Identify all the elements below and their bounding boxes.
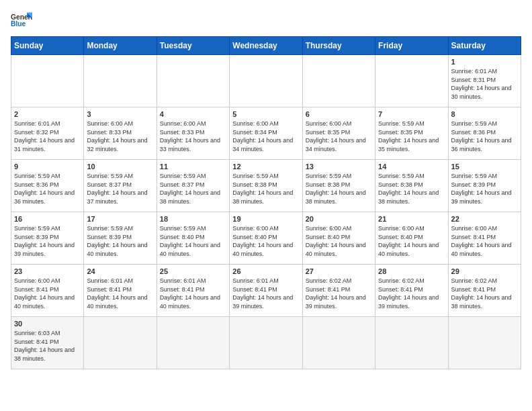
week-row-5: 30Sunrise: 6:03 AM Sunset: 8:41 PM Dayli… <box>11 317 521 369</box>
day-cell <box>230 55 302 107</box>
day-info: Sunrise: 5:59 AM Sunset: 8:35 PM Dayligh… <box>378 120 445 153</box>
day-number: 8 <box>451 110 518 118</box>
day-cell: 29Sunrise: 6:02 AM Sunset: 8:41 PM Dayli… <box>448 265 521 317</box>
week-row-0: 1Sunrise: 6:01 AM Sunset: 8:31 PM Daylig… <box>11 55 521 107</box>
day-cell: 24Sunrise: 6:01 AM Sunset: 8:41 PM Dayli… <box>84 265 157 317</box>
calendar: SundayMondayTuesdayWednesdayThursdayFrid… <box>11 36 521 369</box>
day-number: 10 <box>87 163 153 171</box>
day-number: 9 <box>14 163 81 171</box>
weekday-header-saturday: Saturday <box>448 37 521 55</box>
day-cell <box>302 317 375 369</box>
day-info: Sunrise: 6:02 AM Sunset: 8:41 PM Dayligh… <box>378 277 445 310</box>
week-row-3: 16Sunrise: 5:59 AM Sunset: 8:39 PM Dayli… <box>11 212 521 265</box>
day-info: Sunrise: 6:01 AM Sunset: 8:32 PM Dayligh… <box>14 120 81 153</box>
day-cell: 9Sunrise: 5:59 AM Sunset: 8:36 PM Daylig… <box>11 160 84 212</box>
day-number: 29 <box>451 267 518 275</box>
day-number: 13 <box>306 163 372 171</box>
day-info: Sunrise: 6:02 AM Sunset: 8:41 PM Dayligh… <box>306 277 372 310</box>
day-info: Sunrise: 6:02 AM Sunset: 8:41 PM Dayligh… <box>451 277 518 310</box>
day-number: 23 <box>14 267 81 275</box>
day-info: Sunrise: 6:00 AM Sunset: 8:40 PM Dayligh… <box>232 224 299 258</box>
logo: General Blue <box>11 11 32 30</box>
day-cell <box>157 317 229 369</box>
day-info: Sunrise: 5:59 AM Sunset: 8:36 PM Dayligh… <box>14 172 81 205</box>
day-info: Sunrise: 5:59 AM Sunset: 8:40 PM Dayligh… <box>160 224 226 258</box>
weekday-header-friday: Friday <box>375 37 448 55</box>
day-number: 6 <box>306 110 372 118</box>
day-number: 16 <box>14 215 81 223</box>
day-cell: 20Sunrise: 6:00 AM Sunset: 8:40 PM Dayli… <box>302 212 375 265</box>
day-cell: 11Sunrise: 5:59 AM Sunset: 8:37 PM Dayli… <box>157 160 229 212</box>
day-info: Sunrise: 6:00 AM Sunset: 8:41 PM Dayligh… <box>14 277 81 310</box>
day-info: Sunrise: 6:00 AM Sunset: 8:40 PM Dayligh… <box>306 224 372 258</box>
weekday-header-wednesday: Wednesday <box>230 37 302 55</box>
day-info: Sunrise: 5:59 AM Sunset: 8:39 PM Dayligh… <box>87 224 153 258</box>
logo-icon: General Blue <box>11 11 32 30</box>
day-info: Sunrise: 6:00 AM Sunset: 8:35 PM Dayligh… <box>306 120 372 153</box>
day-number: 4 <box>160 110 226 118</box>
day-info: Sunrise: 6:00 AM Sunset: 8:34 PM Dayligh… <box>232 120 299 153</box>
day-number: 19 <box>232 215 299 223</box>
day-number: 30 <box>14 320 81 328</box>
day-cell: 13Sunrise: 5:59 AM Sunset: 8:38 PM Dayli… <box>302 160 375 212</box>
day-info: Sunrise: 6:00 AM Sunset: 8:41 PM Dayligh… <box>451 224 518 258</box>
day-number: 22 <box>451 215 518 223</box>
day-cell: 10Sunrise: 5:59 AM Sunset: 8:37 PM Dayli… <box>84 160 157 212</box>
day-info: Sunrise: 5:59 AM Sunset: 8:39 PM Dayligh… <box>14 224 81 258</box>
day-info: Sunrise: 5:59 AM Sunset: 8:38 PM Dayligh… <box>378 172 445 205</box>
day-cell: 1Sunrise: 6:01 AM Sunset: 8:31 PM Daylig… <box>448 55 521 107</box>
weekday-header-thursday: Thursday <box>302 37 375 55</box>
day-number: 28 <box>378 267 445 275</box>
day-cell: 5Sunrise: 6:00 AM Sunset: 8:34 PM Daylig… <box>230 107 302 160</box>
day-cell: 14Sunrise: 5:59 AM Sunset: 8:38 PM Dayli… <box>375 160 448 212</box>
day-cell <box>84 55 157 107</box>
page-header: General Blue <box>11 11 521 30</box>
week-row-4: 23Sunrise: 6:00 AM Sunset: 8:41 PM Dayli… <box>11 265 521 317</box>
day-number: 24 <box>87 267 153 275</box>
day-number: 20 <box>306 215 372 223</box>
day-cell: 27Sunrise: 6:02 AM Sunset: 8:41 PM Dayli… <box>302 265 375 317</box>
day-cell <box>448 317 521 369</box>
day-cell <box>157 55 229 107</box>
day-cell: 22Sunrise: 6:00 AM Sunset: 8:41 PM Dayli… <box>448 212 521 265</box>
day-cell <box>230 317 302 369</box>
day-cell: 23Sunrise: 6:00 AM Sunset: 8:41 PM Dayli… <box>11 265 84 317</box>
day-cell: 12Sunrise: 5:59 AM Sunset: 8:38 PM Dayli… <box>230 160 302 212</box>
weekday-header-tuesday: Tuesday <box>157 37 229 55</box>
day-info: Sunrise: 6:01 AM Sunset: 8:41 PM Dayligh… <box>232 277 299 310</box>
day-cell: 28Sunrise: 6:02 AM Sunset: 8:41 PM Dayli… <box>375 265 448 317</box>
day-info: Sunrise: 6:03 AM Sunset: 8:41 PM Dayligh… <box>14 329 81 363</box>
day-cell: 19Sunrise: 6:00 AM Sunset: 8:40 PM Dayli… <box>230 212 302 265</box>
day-number: 1 <box>451 58 518 66</box>
day-cell: 16Sunrise: 5:59 AM Sunset: 8:39 PM Dayli… <box>11 212 84 265</box>
day-info: Sunrise: 5:59 AM Sunset: 8:37 PM Dayligh… <box>87 172 153 205</box>
day-number: 15 <box>451 163 518 171</box>
day-cell: 3Sunrise: 6:00 AM Sunset: 8:33 PM Daylig… <box>84 107 157 160</box>
day-info: Sunrise: 6:01 AM Sunset: 8:41 PM Dayligh… <box>160 277 226 310</box>
day-cell: 26Sunrise: 6:01 AM Sunset: 8:41 PM Dayli… <box>230 265 302 317</box>
day-cell <box>11 55 84 107</box>
day-info: Sunrise: 6:00 AM Sunset: 8:33 PM Dayligh… <box>87 120 153 153</box>
day-info: Sunrise: 6:01 AM Sunset: 8:41 PM Dayligh… <box>87 277 153 310</box>
day-info: Sunrise: 5:59 AM Sunset: 8:38 PM Dayligh… <box>306 172 372 205</box>
day-cell: 4Sunrise: 6:00 AM Sunset: 8:33 PM Daylig… <box>157 107 229 160</box>
day-number: 12 <box>232 163 299 171</box>
day-number: 2 <box>14 110 81 118</box>
day-number: 26 <box>232 267 299 275</box>
day-info: Sunrise: 6:01 AM Sunset: 8:31 PM Dayligh… <box>451 67 518 101</box>
day-cell: 30Sunrise: 6:03 AM Sunset: 8:41 PM Dayli… <box>11 317 84 369</box>
day-number: 17 <box>87 215 153 223</box>
day-number: 5 <box>232 110 299 118</box>
day-number: 11 <box>160 163 226 171</box>
weekday-header-sunday: Sunday <box>11 37 84 55</box>
day-cell: 2Sunrise: 6:01 AM Sunset: 8:32 PM Daylig… <box>11 107 84 160</box>
day-number: 14 <box>378 163 445 171</box>
svg-text:Blue: Blue <box>11 20 26 28</box>
day-info: Sunrise: 5:59 AM Sunset: 8:36 PM Dayligh… <box>451 120 518 153</box>
day-number: 27 <box>306 267 372 275</box>
day-info: Sunrise: 6:00 AM Sunset: 8:40 PM Dayligh… <box>378 224 445 258</box>
day-number: 21 <box>378 215 445 223</box>
day-cell: 21Sunrise: 6:00 AM Sunset: 8:40 PM Dayli… <box>375 212 448 265</box>
day-cell: 15Sunrise: 5:59 AM Sunset: 8:39 PM Dayli… <box>448 160 521 212</box>
week-row-2: 9Sunrise: 5:59 AM Sunset: 8:36 PM Daylig… <box>11 160 521 212</box>
